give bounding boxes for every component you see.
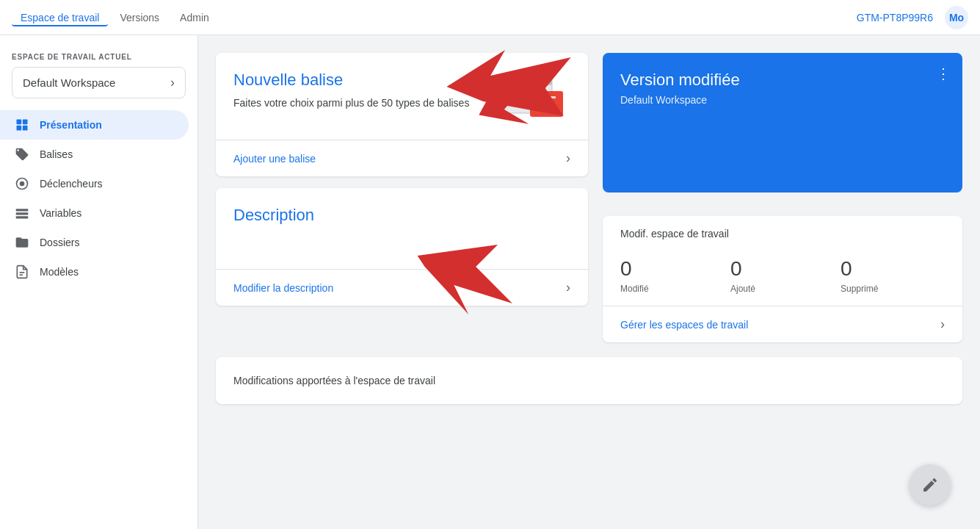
sidebar-item-variables-label: Variables <box>40 207 81 219</box>
workspace-selector[interactable]: Default Workspace › <box>12 67 186 98</box>
sidebar-item-modeles[interactable]: Modèles <box>0 257 189 287</box>
workspace-changes-card: Modif. espace de travail 0 Modifié 0 Ajo… <box>603 216 962 342</box>
edit-icon <box>921 476 939 494</box>
sidebar-item-presentation[interactable]: Présentation <box>0 110 189 140</box>
nav-link-admin[interactable]: Admin <box>171 9 218 26</box>
new-tag-card: Nouvelle balise Faites votre choix parmi… <box>216 53 588 176</box>
sidebar-item-balises-label: Balises <box>40 148 73 160</box>
workspace-changes-header: Modif. espace de travail <box>603 216 962 251</box>
version-card: Version modifiée Default Workspace ⋮ <box>603 53 962 192</box>
top-nav-right: GTM-PT8P99R6 Mo <box>857 6 968 29</box>
version-card-subtitle: Default Workspace <box>620 94 945 106</box>
svg-rect-0 <box>17 120 22 125</box>
chevron-right-icon: › <box>566 280 570 295</box>
nav-link-workspace[interactable]: Espace de travail <box>12 9 108 26</box>
version-card-title: Version modifiée <box>620 71 945 90</box>
svg-rect-8 <box>16 216 29 218</box>
description-card: Description Modifier la description › <box>216 188 588 306</box>
chevron-right-icon: › <box>170 75 175 90</box>
top-nav: Espace de travail Versions Admin GTM-PT8… <box>0 0 980 35</box>
new-tag-content-area: Nouvelle balise Faites votre choix parmi… <box>216 53 588 140</box>
tag-illustration <box>501 73 567 120</box>
modifications-title: Modifications apportées à l'espace de tr… <box>233 375 945 386</box>
stat-modifie: 0 Modifié <box>620 257 725 294</box>
tag-icon-area <box>497 71 570 122</box>
add-tag-link[interactable]: Ajouter une balise › <box>216 140 588 176</box>
edit-description-label: Modifier la description <box>233 282 333 294</box>
folder-icon <box>15 235 29 250</box>
description-title: Description <box>216 188 588 269</box>
stat-modifie-value: 0 <box>620 257 725 281</box>
sidebar-item-variables[interactable]: Variables <box>0 198 189 228</box>
manage-workspace-label: Gérer les espaces de travail <box>620 319 748 331</box>
sidebar-item-presentation-label: Présentation <box>40 119 102 131</box>
sidebar-item-balises[interactable]: Balises <box>0 140 189 169</box>
stat-ajoute-value: 0 <box>730 257 835 281</box>
svg-rect-20 <box>534 105 553 107</box>
sidebar: ESPACE DE TRAVAIL ACTUEL Default Workspa… <box>0 35 198 529</box>
workspace-name: Default Workspace <box>23 76 115 89</box>
version-menu-button[interactable]: ⋮ <box>936 65 951 82</box>
avatar[interactable]: Mo <box>945 6 968 29</box>
nav-link-versions[interactable]: Versions <box>111 9 168 26</box>
stat-supprime: 0 Supprimé <box>841 257 945 294</box>
svg-rect-3 <box>23 126 28 131</box>
fab-button[interactable] <box>910 464 951 505</box>
chevron-right-icon: › <box>940 317 945 332</box>
tag-icon <box>15 147 29 162</box>
modifications-section: Modifications apportées à l'espace de tr… <box>216 357 962 404</box>
chevron-right-icon: › <box>566 151 570 166</box>
left-column: Nouvelle balise Faites votre choix parmi… <box>216 53 588 306</box>
main-content: Nouvelle balise Faites votre choix parmi… <box>198 35 980 529</box>
sidebar-item-declencheurs-label: Déclencheurs <box>40 178 103 190</box>
add-tag-label: Ajouter une balise <box>233 153 316 165</box>
workspace-section: ESPACE DE TRAVAIL ACTUEL Default Workspa… <box>0 47 197 110</box>
sidebar-item-modeles-label: Modèles <box>40 266 79 278</box>
changes-stats: 0 Modifié 0 Ajouté 0 Supprimé <box>603 251 962 306</box>
workspace-label: ESPACE DE TRAVAIL ACTUEL <box>12 53 186 61</box>
svg-rect-7 <box>16 212 29 215</box>
sidebar-item-declencheurs[interactable]: Déclencheurs <box>0 169 189 198</box>
main-wrapper: Nouvelle balise Faites votre choix parmi… <box>198 35 980 529</box>
manage-workspace-link[interactable]: Gérer les espaces de travail › <box>603 306 962 342</box>
sidebar-item-dossiers[interactable]: Dossiers <box>0 228 189 257</box>
presentation-icon <box>15 118 29 132</box>
svg-rect-6 <box>16 209 29 211</box>
new-tag-text: Nouvelle balise Faites votre choix parmi… <box>233 71 482 111</box>
trigger-icon <box>15 176 29 191</box>
template-icon <box>15 264 29 279</box>
stat-supprime-label: Supprimé <box>841 284 945 294</box>
svg-rect-13 <box>514 79 542 83</box>
stat-ajoute: 0 Ajouté <box>730 257 835 294</box>
gtm-id[interactable]: GTM-PT8P99R6 <box>857 12 933 24</box>
edit-description-link[interactable]: Modifier la description › <box>216 269 588 306</box>
svg-rect-14 <box>508 89 526 92</box>
svg-rect-2 <box>17 126 22 131</box>
svg-rect-19 <box>534 101 550 103</box>
new-tag-description: Faites votre choix parmi plus de 50 type… <box>233 96 482 111</box>
top-cards-grid: Nouvelle balise Faites votre choix parmi… <box>216 53 962 342</box>
svg-rect-17 <box>530 91 563 117</box>
svg-rect-1 <box>23 120 28 125</box>
svg-rect-18 <box>534 96 556 98</box>
layout: ESPACE DE TRAVAIL ACTUEL Default Workspa… <box>0 35 980 529</box>
new-tag-title: Nouvelle balise <box>233 71 482 90</box>
stat-supprime-value: 0 <box>841 257 945 281</box>
stat-ajoute-label: Ajouté <box>730 284 835 294</box>
stat-modifie-label: Modifié <box>620 284 725 294</box>
variables-icon <box>15 206 29 220</box>
right-column: Version modifiée Default Workspace ⋮ Mod… <box>603 53 962 342</box>
nav-links: Espace de travail Versions Admin <box>12 9 218 26</box>
sidebar-item-dossiers-label: Dossiers <box>40 237 79 248</box>
svg-point-5 <box>20 181 25 187</box>
